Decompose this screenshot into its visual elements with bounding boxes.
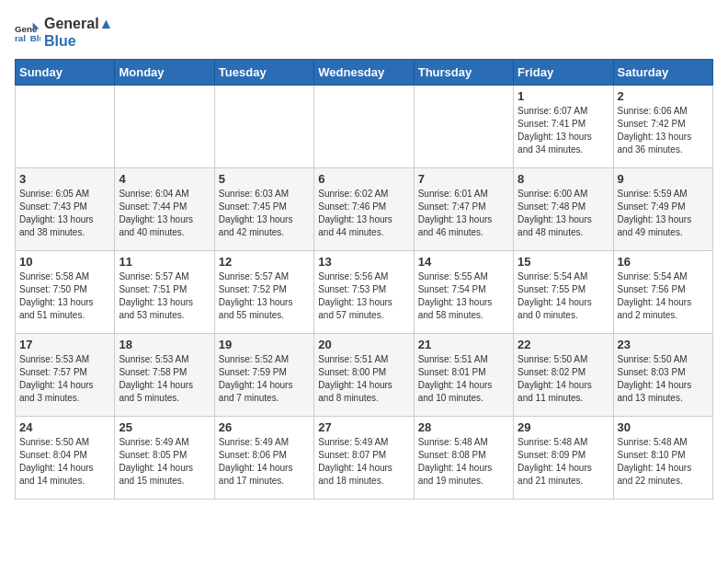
calendar-cell xyxy=(314,86,414,168)
day-info: Sunrise: 6:01 AM Sunset: 7:47 PM Dayligh… xyxy=(418,188,509,239)
day-number: 2 xyxy=(618,89,709,103)
day-number: 12 xyxy=(219,255,310,269)
calendar-cell: 17Sunrise: 5:53 AM Sunset: 7:57 PM Dayli… xyxy=(16,334,115,417)
day-number: 24 xyxy=(19,420,110,434)
logo-general: General▲ xyxy=(44,15,113,32)
calendar-cell: 16Sunrise: 5:54 AM Sunset: 7:56 PM Dayli… xyxy=(613,251,712,334)
calendar-cell: 24Sunrise: 5:50 AM Sunset: 8:04 PM Dayli… xyxy=(16,417,115,500)
week-row-1: 1Sunrise: 6:07 AM Sunset: 7:41 PM Daylig… xyxy=(16,86,713,168)
day-header-saturday: Saturday xyxy=(613,60,712,86)
calendar-cell: 30Sunrise: 5:48 AM Sunset: 8:10 PM Dayli… xyxy=(613,417,712,500)
week-row-4: 17Sunrise: 5:53 AM Sunset: 7:57 PM Dayli… xyxy=(16,334,713,417)
logo-icon: Gene ral Blue xyxy=(15,19,40,45)
day-number: 28 xyxy=(418,420,509,434)
day-info: Sunrise: 5:55 AM Sunset: 7:54 PM Dayligh… xyxy=(418,270,509,322)
day-info: Sunrise: 5:48 AM Sunset: 8:10 PM Dayligh… xyxy=(618,436,709,488)
day-number: 21 xyxy=(418,338,509,351)
day-number: 10 xyxy=(19,255,110,269)
calendar-cell: 23Sunrise: 5:50 AM Sunset: 8:03 PM Dayli… xyxy=(613,334,712,417)
day-info: Sunrise: 5:53 AM Sunset: 7:58 PM Dayligh… xyxy=(119,353,210,405)
day-info: Sunrise: 5:57 AM Sunset: 7:52 PM Dayligh… xyxy=(219,270,310,322)
day-info: Sunrise: 5:52 AM Sunset: 7:59 PM Dayligh… xyxy=(219,353,310,405)
day-info: Sunrise: 5:54 AM Sunset: 7:56 PM Dayligh… xyxy=(618,270,709,322)
calendar-cell xyxy=(414,86,513,168)
day-header-monday: Monday xyxy=(115,60,214,86)
day-info: Sunrise: 5:50 AM Sunset: 8:02 PM Dayligh… xyxy=(518,353,609,405)
day-number: 15 xyxy=(518,255,609,269)
day-header-wednesday: Wednesday xyxy=(314,60,414,86)
day-header-thursday: Thursday xyxy=(414,60,513,86)
day-number: 11 xyxy=(119,255,210,269)
calendar-cell: 11Sunrise: 5:57 AM Sunset: 7:51 PM Dayli… xyxy=(115,251,214,334)
week-row-2: 3Sunrise: 6:05 AM Sunset: 7:43 PM Daylig… xyxy=(16,168,713,251)
calendar-cell: 18Sunrise: 5:53 AM Sunset: 7:58 PM Dayli… xyxy=(115,334,214,417)
calendar-cell: 20Sunrise: 5:51 AM Sunset: 8:00 PM Dayli… xyxy=(314,334,414,417)
calendar-cell: 10Sunrise: 5:58 AM Sunset: 7:50 PM Dayli… xyxy=(16,251,115,334)
calendar-cell: 7Sunrise: 6:01 AM Sunset: 7:47 PM Daylig… xyxy=(414,168,513,251)
calendar-cell: 26Sunrise: 5:49 AM Sunset: 8:06 PM Dayli… xyxy=(214,417,313,500)
day-info: Sunrise: 5:51 AM Sunset: 8:00 PM Dayligh… xyxy=(318,353,409,405)
day-number: 5 xyxy=(219,172,310,186)
week-row-5: 24Sunrise: 5:50 AM Sunset: 8:04 PM Dayli… xyxy=(16,417,713,500)
day-info: Sunrise: 6:07 AM Sunset: 7:41 PM Dayligh… xyxy=(518,105,609,156)
day-number: 26 xyxy=(219,420,310,434)
day-info: Sunrise: 6:02 AM Sunset: 7:46 PM Dayligh… xyxy=(318,188,409,239)
day-info: Sunrise: 5:58 AM Sunset: 7:50 PM Dayligh… xyxy=(19,270,110,322)
day-number: 16 xyxy=(618,255,709,269)
day-info: Sunrise: 5:54 AM Sunset: 7:55 PM Dayligh… xyxy=(518,270,609,322)
calendar-cell: 21Sunrise: 5:51 AM Sunset: 8:01 PM Dayli… xyxy=(414,334,513,417)
calendar-cell: 29Sunrise: 5:48 AM Sunset: 8:09 PM Dayli… xyxy=(514,417,613,500)
calendar-table: SundayMondayTuesdayWednesdayThursdayFrid… xyxy=(15,59,713,500)
calendar-cell: 2Sunrise: 6:06 AM Sunset: 7:42 PM Daylig… xyxy=(613,86,712,168)
day-number: 4 xyxy=(119,172,210,186)
calendar-cell: 8Sunrise: 6:00 AM Sunset: 7:48 PM Daylig… xyxy=(514,168,613,251)
day-number: 23 xyxy=(618,338,709,351)
calendar-header-row: SundayMondayTuesdayWednesdayThursdayFrid… xyxy=(16,60,713,86)
day-number: 7 xyxy=(418,172,509,186)
day-info: Sunrise: 6:04 AM Sunset: 7:44 PM Dayligh… xyxy=(119,188,210,239)
day-number: 18 xyxy=(119,338,210,351)
logo: Gene ral Blue General▲ Blue xyxy=(15,15,113,50)
calendar-cell: 15Sunrise: 5:54 AM Sunset: 7:55 PM Dayli… xyxy=(514,251,613,334)
page-header: Gene ral Blue General▲ Blue xyxy=(15,15,713,50)
day-number: 19 xyxy=(219,338,310,351)
day-info: Sunrise: 6:05 AM Sunset: 7:43 PM Dayligh… xyxy=(19,188,110,239)
day-header-tuesday: Tuesday xyxy=(214,60,313,86)
calendar-cell: 6Sunrise: 6:02 AM Sunset: 7:46 PM Daylig… xyxy=(314,168,414,251)
day-number: 25 xyxy=(119,420,210,434)
calendar-cell: 22Sunrise: 5:50 AM Sunset: 8:02 PM Dayli… xyxy=(514,334,613,417)
calendar-cell: 4Sunrise: 6:04 AM Sunset: 7:44 PM Daylig… xyxy=(115,168,214,251)
day-number: 8 xyxy=(518,172,609,186)
calendar-cell xyxy=(115,86,214,168)
day-header-friday: Friday xyxy=(514,60,613,86)
day-info: Sunrise: 5:59 AM Sunset: 7:49 PM Dayligh… xyxy=(618,188,709,239)
day-info: Sunrise: 5:57 AM Sunset: 7:51 PM Dayligh… xyxy=(119,270,210,322)
day-info: Sunrise: 5:50 AM Sunset: 8:04 PM Dayligh… xyxy=(19,436,110,488)
day-number: 14 xyxy=(418,255,509,269)
day-number: 9 xyxy=(618,172,709,186)
calendar-cell: 13Sunrise: 5:56 AM Sunset: 7:53 PM Dayli… xyxy=(314,251,414,334)
calendar-cell: 1Sunrise: 6:07 AM Sunset: 7:41 PM Daylig… xyxy=(514,86,613,168)
calendar-cell: 27Sunrise: 5:49 AM Sunset: 8:07 PM Dayli… xyxy=(314,417,414,500)
svg-text:Blue: Blue xyxy=(30,33,40,43)
calendar-cell: 5Sunrise: 6:03 AM Sunset: 7:45 PM Daylig… xyxy=(214,168,313,251)
calendar-cell: 12Sunrise: 5:57 AM Sunset: 7:52 PM Dayli… xyxy=(214,251,313,334)
day-info: Sunrise: 5:49 AM Sunset: 8:06 PM Dayligh… xyxy=(219,436,310,488)
day-info: Sunrise: 5:49 AM Sunset: 8:05 PM Dayligh… xyxy=(119,436,210,488)
day-number: 17 xyxy=(19,338,110,351)
logo-blue: Blue xyxy=(44,32,113,50)
calendar-cell: 14Sunrise: 5:55 AM Sunset: 7:54 PM Dayli… xyxy=(414,251,513,334)
day-info: Sunrise: 5:49 AM Sunset: 8:07 PM Dayligh… xyxy=(318,436,409,488)
calendar-cell xyxy=(16,86,115,168)
day-info: Sunrise: 5:51 AM Sunset: 8:01 PM Dayligh… xyxy=(418,353,509,405)
day-info: Sunrise: 6:06 AM Sunset: 7:42 PM Dayligh… xyxy=(618,105,709,156)
day-number: 29 xyxy=(518,420,609,434)
day-info: Sunrise: 5:50 AM Sunset: 8:03 PM Dayligh… xyxy=(618,353,709,405)
calendar-cell: 19Sunrise: 5:52 AM Sunset: 7:59 PM Dayli… xyxy=(214,334,313,417)
day-info: Sunrise: 5:53 AM Sunset: 7:57 PM Dayligh… xyxy=(19,353,110,405)
calendar-cell: 25Sunrise: 5:49 AM Sunset: 8:05 PM Dayli… xyxy=(115,417,214,500)
day-number: 1 xyxy=(518,89,609,103)
day-number: 27 xyxy=(318,420,409,434)
svg-text:ral: ral xyxy=(15,33,26,43)
day-number: 20 xyxy=(318,338,409,351)
